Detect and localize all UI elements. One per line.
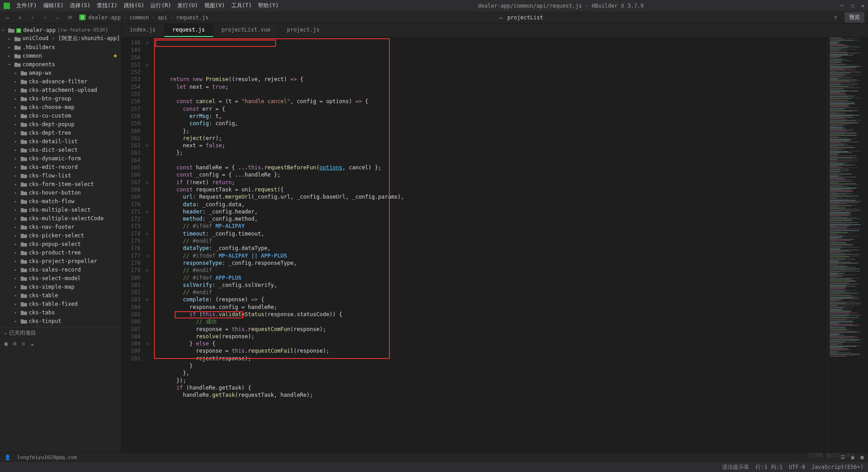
account-icon[interactable]: 👤 — [5, 454, 11, 460]
encoding[interactable]: UTF-8 — [789, 464, 805, 470]
tree-item[interactable]: ▸cks-dict-select — [0, 145, 121, 154]
tree-item[interactable]: ▸cks-popup-select — [0, 240, 121, 248]
tree-item[interactable]: ▸common — [0, 51, 121, 60]
nav-forward-icon[interactable]: › — [41, 14, 49, 21]
tree-item[interactable]: ▸cks-simple-map — [0, 282, 121, 291]
new-file-icon[interactable]: ▫ — [16, 14, 23, 21]
fold-column[interactable]: ⊟⊟⊟⊟⊟⊟⊟⊟⊟⊟ — [144, 37, 150, 452]
menu-goto[interactable]: 跳转(G) — [121, 1, 147, 10]
breadcrumb-p1[interactable]: common — [130, 14, 149, 21]
tree-item[interactable]: ▸uniCloud - [阿里云:shunzhi-app] — [0, 34, 121, 43]
tree-item[interactable]: ▸cks-sales-record — [0, 265, 121, 274]
tree-item[interactable]: ▸.hbuilderx — [0, 43, 121, 51]
menu-tool[interactable]: 工具(T) — [229, 1, 255, 10]
app-logo-icon — [4, 3, 10, 9]
projectlist-icon[interactable]: ▭ — [497, 14, 505, 21]
tree-item[interactable]: ▸cks-attachment-upload — [0, 86, 121, 94]
tree-item[interactable]: ▸cks-edit-record — [0, 163, 121, 171]
menu-select[interactable]: 选择(S) — [67, 1, 93, 10]
tree-item[interactable]: ▸cks-dynamic-form — [0, 154, 121, 163]
tree-item[interactable]: ▸cks-tabs — [0, 308, 121, 317]
tree-item[interactable]: ▸cks-multiple-select — [0, 205, 121, 214]
tree-item[interactable]: ▸cks-hover-button — [0, 188, 121, 197]
file-explorer[interactable]: ▾Udealer-app[cw-feature-0530]▸uniCloud -… — [0, 24, 122, 452]
tab-projectlist[interactable]: projectList.vue — [213, 24, 279, 37]
terminal-icon[interactable]: ▣ — [5, 340, 8, 347]
breadcrumb-p3[interactable]: request.js — [176, 14, 208, 21]
breadcrumb-project-icon[interactable]: U — [79, 14, 86, 20]
toolbar: ▭ ▫ ‹ › ☆ ⟳ U dealer-app › common › api … — [0, 11, 868, 24]
chevron-right-icon[interactable]: ▸ — [5, 331, 9, 336]
tree-item[interactable]: ▸cks-form-item-select — [0, 180, 121, 188]
syntax-hint[interactable]: 语法提示库 — [722, 463, 749, 471]
tree-item[interactable]: ▸cks-dept-popup — [0, 120, 121, 128]
highlight-box-promise — [155, 40, 276, 47]
projectlist-label[interactable]: projectList — [507, 14, 543, 21]
tree-item[interactable]: ▾components — [0, 60, 121, 68]
tree-item[interactable]: ▸amap-wx — [0, 68, 121, 77]
favorite-icon[interactable]: ☆ — [54, 14, 61, 21]
tree-item[interactable]: ▸cks-advance-filter — [0, 77, 121, 86]
tree-item[interactable]: ▾Udealer-app[cw-feature-0530] — [0, 26, 121, 34]
tree-item[interactable]: ▸cks-multiple-selectCode — [0, 214, 121, 222]
minimize-icon[interactable]: ─ — [840, 3, 843, 9]
language-mode[interactable]: JavaScript(ES6+) — [811, 464, 863, 470]
maximize-icon[interactable]: ❐ — [851, 3, 854, 9]
tab-project[interactable]: project.js — [279, 24, 328, 37]
tree-item[interactable]: ▸cks-dept-tree — [0, 128, 121, 137]
titlebar: 文件(F) 编辑(E) 选择(S) 查找(I) 跳转(G) 运行(R) 发行(U… — [0, 0, 868, 11]
menu-run[interactable]: 运行(R) — [148, 1, 174, 10]
tree-item[interactable]: ▸cks-flow-list — [0, 171, 121, 180]
watermark: CSDN @wlbjuko — [809, 452, 854, 458]
close-icon[interactable]: ✕ — [861, 3, 864, 9]
tree-item[interactable]: ▸cks-choose-map — [0, 103, 121, 111]
editor-tabs: index.js request.js projectList.vue proj… — [122, 24, 868, 37]
nav-back-icon[interactable]: ‹ — [29, 14, 36, 21]
filter-icon[interactable]: ▽ — [832, 14, 839, 21]
tab-index[interactable]: index.js — [122, 24, 164, 37]
tree-item[interactable]: ▸cks-project-propeller — [0, 257, 121, 265]
settings-icon[interactable]: ⚙ — [13, 340, 16, 347]
new-window-icon[interactable]: ▭ — [4, 14, 11, 21]
menu-edit[interactable]: 编辑(E) — [41, 1, 67, 10]
menu-release[interactable]: 发行(U) — [175, 1, 201, 10]
menu-find[interactable]: 查找(I) — [94, 1, 120, 10]
breadcrumb-project[interactable]: dealer-app — [88, 14, 121, 21]
account-email[interactable]: longfeiyu1029@qq.com — [17, 454, 77, 460]
tree-item[interactable]: ▸cks-match-flow — [0, 197, 121, 205]
closed-projects[interactable]: 已关闭项目 — [9, 329, 36, 337]
breadcrumb: U dealer-app › common › api › request.js — [79, 14, 208, 21]
tree-item[interactable]: ▸cks-table-fixed — [0, 300, 121, 308]
refresh-icon[interactable]: ⟳ — [67, 14, 74, 21]
statusbar: 👤 longfeiyu1029@qq.com ☰ ▣ ▦ — [0, 452, 868, 462]
tree-item[interactable]: ▸cks-table — [0, 291, 121, 300]
tree-item[interactable]: ▸cks-nav-footer — [0, 222, 121, 231]
tree-item[interactable]: ▸cks-picker-select — [0, 231, 121, 240]
preview-button[interactable]: 预览 — [845, 12, 864, 23]
tree-item[interactable]: ▸cks-btn-group — [0, 94, 121, 103]
window-title: dealer-app/common/api/request.js - HBuil… — [281, 3, 840, 9]
code-area[interactable]: return new Promise((resolve, reject) => … — [150, 37, 827, 452]
tree-item[interactable]: ▸cks-select-model — [0, 274, 121, 282]
breadcrumb-p2[interactable]: api — [158, 14, 167, 21]
main-menu: 文件(F) 编辑(E) 选择(S) 查找(I) 跳转(G) 运行(R) 发行(U… — [14, 1, 281, 10]
link-icon[interactable]: ⎋ — [22, 340, 25, 347]
panel-icon-3[interactable]: ▦ — [860, 454, 863, 460]
tree-item[interactable]: ▸cks-detail-list — [0, 137, 121, 145]
editor-panel: index.js request.js projectList.vue proj… — [122, 24, 868, 452]
menu-view[interactable]: 视图(V) — [202, 1, 228, 10]
line-gutter[interactable]: 1481491501511521531541551561571581591601… — [122, 37, 144, 452]
menu-file[interactable]: 文件(F) — [14, 1, 40, 10]
bottom-statusbar: 语法提示库 行:1 列:1 UTF-8 JavaScript(ES6+) — [0, 462, 868, 472]
tab-request[interactable]: request.js — [164, 24, 213, 37]
cursor-position[interactable]: 行:1 列:1 — [755, 463, 782, 471]
tree-item[interactable]: ▸cks-product-tree — [0, 248, 121, 257]
minimap[interactable] — [827, 37, 868, 452]
tree-item[interactable]: ▸cks-cu-custom — [0, 111, 121, 120]
cloud-icon[interactable]: ☁ — [31, 340, 34, 347]
tree-item[interactable]: ▸cks-tinput — [0, 317, 121, 325]
menu-help[interactable]: 帮助(Y) — [255, 1, 281, 10]
